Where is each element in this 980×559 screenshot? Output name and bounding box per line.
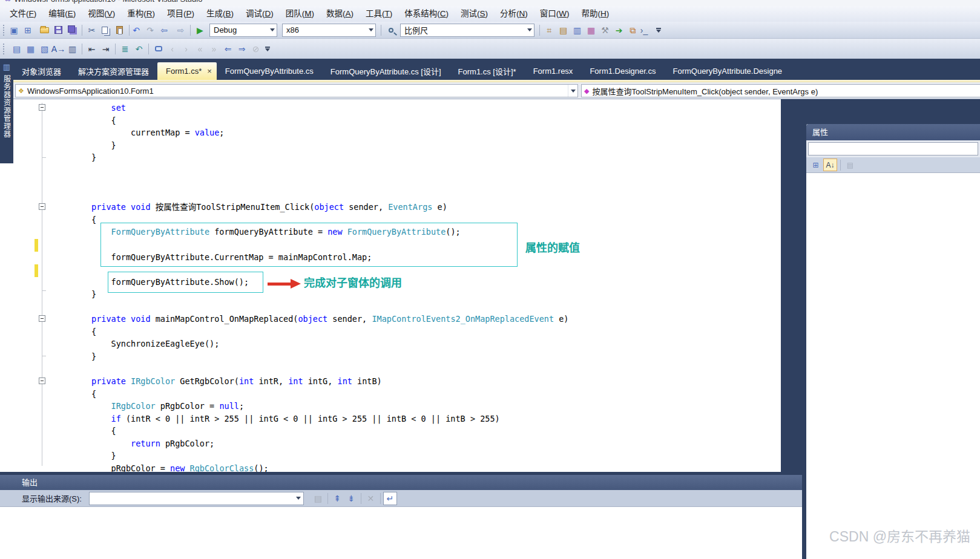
fold-collapse-icon[interactable] — [39, 203, 45, 210]
menu-item-N[interactable]: 分析(N) — [494, 7, 534, 21]
comment-icon[interactable]: ≣ — [118, 42, 132, 56]
document-tab-4[interactable]: Form1.resx — [525, 62, 582, 80]
code-line[interactable]: { — [52, 388, 569, 400]
code-line[interactable]: { — [52, 425, 569, 437]
solution-explorer-icon[interactable]: ▥ — [570, 24, 584, 37]
menu-item-W[interactable]: 窗口(W) — [534, 7, 576, 21]
cut-icon[interactable]: ✂ — [85, 24, 99, 37]
start-debugging-icon[interactable]: ▶ — [193, 24, 207, 37]
member-list-icon[interactable]: ▤ — [10, 42, 24, 56]
goto-next-message-icon[interactable]: ⇟ — [344, 492, 358, 505]
code-line[interactable]: } — [52, 350, 569, 363]
code-line[interactable]: private IRgbColor GetRgbColor(int intR, … — [52, 375, 569, 388]
code-line[interactable] — [52, 164, 569, 177]
type-dropdown-arrow-icon[interactable] — [568, 85, 577, 97]
menu-item-P[interactable]: 项目(P) — [161, 7, 200, 21]
extension-manager-icon[interactable]: ⧉ — [626, 24, 640, 37]
goto-prev-message-icon[interactable]: ⇞ — [331, 492, 344, 505]
increase-indent-icon[interactable]: ⇥ — [99, 42, 113, 56]
find-icon[interactable] — [384, 24, 398, 37]
new-project-icon[interactable]: ▣ — [10, 24, 24, 37]
save-icon[interactable] — [51, 24, 65, 37]
command-window-icon[interactable]: ›_ — [640, 24, 654, 37]
member-dropdown[interactable]: ◆ 按属性查询ToolStripMenuItem_Click(object se… — [581, 84, 980, 97]
code-line[interactable]: { — [52, 114, 569, 127]
platform-combobox[interactable]: x86 — [282, 24, 376, 37]
menu-item-F[interactable]: 文件(F) — [4, 7, 42, 21]
insert-snippet-icon[interactable]: ▥ — [65, 42, 79, 56]
code-line[interactable]: currentMap = value; — [52, 126, 569, 139]
tool-window-tab-0[interactable]: 对象浏览器 — [13, 62, 70, 80]
quick-info-icon[interactable]: ▧ — [38, 42, 51, 56]
code-line[interactable]: } — [52, 139, 569, 152]
menu-item-S[interactable]: 测试(S) — [455, 7, 494, 21]
code-line[interactable]: IRgbColor pRgbColor = null; — [52, 400, 569, 413]
debug-config-combobox[interactable]: Debug — [209, 24, 277, 37]
toggle-bookmark-icon[interactable] — [151, 42, 165, 56]
menu-item-C[interactable]: 体系结构(C) — [398, 7, 455, 21]
word-completion-icon[interactable]: A→ — [51, 42, 65, 56]
toolbar-grip[interactable] — [3, 44, 7, 54]
document-tab-1[interactable]: FormQueryByAttribute.cs — [217, 62, 322, 80]
navigate-go-icon[interactable]: ➔ — [612, 24, 626, 37]
menu-item-B[interactable]: 生成(B) — [200, 7, 240, 21]
server-explorer-tab[interactable]: ▥ 服务器资源管理器 — [0, 60, 13, 163]
code-line[interactable]: return pRgbColor; — [52, 437, 569, 450]
uncomment-icon[interactable]: ↶ — [132, 42, 146, 56]
tool-window-tab-1[interactable]: 解决方案资源管理器 — [70, 62, 157, 80]
prev-bookmark-folder-icon[interactable]: « — [193, 42, 207, 56]
categorized-icon[interactable]: ⊞ — [809, 159, 823, 171]
code-line[interactable]: if (intR < 0 || intR > 255 || intG < 0 |… — [52, 413, 569, 425]
debug-config-arrow-icon[interactable] — [268, 24, 277, 36]
code-line[interactable]: } — [52, 151, 569, 164]
menu-item-R[interactable]: 重构(R) — [121, 7, 161, 21]
redo-icon[interactable]: ↷ — [146, 24, 160, 37]
fold-collapse-icon[interactable] — [39, 378, 45, 384]
undo-icon[interactable]: ↶ — [132, 24, 146, 37]
code-line[interactable]: set — [52, 102, 569, 114]
navigate-backward-icon[interactable]: ⇦ — [160, 24, 174, 37]
menu-item-E[interactable]: 编辑(E) — [42, 7, 82, 21]
document-tab-6[interactable]: FormQueryByAttribute.Designe — [664, 62, 791, 80]
document-tab-3[interactable]: Form1.cs [设计]* — [450, 62, 525, 80]
output-panel-title[interactable]: 输出 — [0, 475, 802, 490]
find-in-files-icon[interactable]: ⌗ — [542, 24, 556, 37]
properties-window-icon[interactable]: ▤ — [556, 24, 570, 37]
document-outline-icon[interactable]: ▦ — [584, 24, 598, 37]
document-tab-5[interactable]: Form1.Designer.cs — [581, 62, 664, 80]
document-tab-2[interactable]: FormQueryByAttribute.cs [设计] — [322, 62, 450, 80]
save-all-icon[interactable] — [65, 24, 79, 37]
code-editor[interactable]: set { currentMap = value; } } private vo… — [13, 99, 781, 472]
alphabetical-icon[interactable]: A↓ — [823, 159, 837, 171]
find-message-icon[interactable]: ▤ — [311, 492, 325, 505]
menu-item-D[interactable]: 调试(D) — [240, 7, 280, 21]
code-line[interactable] — [52, 189, 569, 201]
document-tab-0[interactable]: Form1.cs*× — [157, 62, 217, 80]
next-bookmark-icon[interactable]: › — [179, 42, 193, 56]
properties-content[interactable]: CSDN @房东不再养猫 — [806, 173, 980, 559]
find-combobox[interactable]: 比例尺 — [400, 24, 534, 37]
property-pages-icon[interactable]: ▤ — [843, 159, 857, 171]
parameter-info-icon[interactable]: ▦ — [24, 42, 38, 56]
add-new-item-icon[interactable]: ⊞ — [24, 24, 38, 37]
fold-collapse-icon[interactable] — [39, 315, 45, 322]
open-folder-icon[interactable] — [38, 24, 51, 37]
prev-bookmark-icon[interactable]: ‹ — [165, 42, 179, 56]
paste-icon[interactable] — [113, 24, 127, 37]
code-line[interactable]: } — [52, 449, 569, 462]
next-bookmark-folder-icon[interactable]: » — [207, 42, 221, 56]
code-line[interactable]: { — [52, 325, 569, 338]
menu-item-V[interactable]: 视图(V) — [82, 7, 121, 21]
find-combobox-arrow-icon[interactable] — [525, 24, 534, 36]
navigate-forward-icon[interactable]: ⇨ — [174, 24, 188, 37]
toolbar-options-icon[interactable] — [265, 47, 270, 51]
output-content[interactable] — [0, 507, 802, 559]
code-line[interactable] — [52, 176, 569, 189]
fold-collapse-icon[interactable] — [39, 104, 45, 111]
next-bookmark-doc-icon[interactable]: ⇒ — [235, 42, 249, 56]
menu-item-M[interactable]: 团队(M) — [280, 7, 320, 21]
toolbox-icon[interactable]: ⚒ — [598, 24, 612, 37]
type-dropdown[interactable]: ❖ WindowsFormsApplication10.Form1 — [15, 84, 578, 97]
close-tab-icon[interactable]: × — [207, 67, 212, 75]
menu-item-A[interactable]: 数据(A) — [320, 7, 360, 21]
